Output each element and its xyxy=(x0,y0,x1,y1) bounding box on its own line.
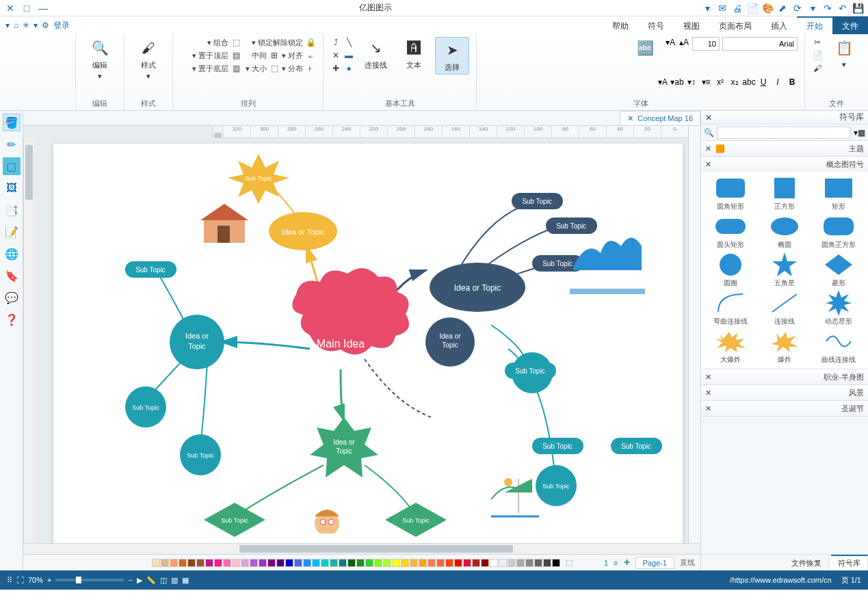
color-swatch[interactable] xyxy=(179,559,187,567)
sub-icon[interactable]: x₂ xyxy=(729,77,740,88)
find-button[interactable]: 🔍编辑▾ xyxy=(83,37,117,81)
shape-round-rect[interactable]: 圆角矩形 xyxy=(705,176,757,211)
add-page-icon[interactable]: ✚ xyxy=(624,558,630,567)
section-concept-shapes[interactable]: 概念图符号✕ xyxy=(701,157,868,172)
color-swatch[interactable] xyxy=(419,559,427,567)
minimize-button[interactable]: — xyxy=(37,2,49,14)
zoom-minus-icon[interactable]: − xyxy=(128,576,132,584)
library-icon[interactable]: ▦▾ xyxy=(854,128,865,137)
color-swatch[interactable] xyxy=(294,559,302,567)
style-button[interactable]: 🖌样式▾ xyxy=(131,37,166,81)
shape-big-explosion[interactable]: 大爆炸 xyxy=(705,329,757,365)
color-swatch[interactable] xyxy=(223,559,231,567)
menu-tab-layout[interactable]: 页面布局 xyxy=(709,16,761,34)
mindmap-svg[interactable]: Main Idea Idea orTopic Idea or Topic Ide… xyxy=(53,144,683,543)
layer-tool-icon[interactable]: 📑 xyxy=(3,201,21,219)
grid-view-icon[interactable]: ▦ xyxy=(182,576,189,585)
color-swatch[interactable] xyxy=(392,559,400,567)
spacing-icon[interactable]: ↕▾ xyxy=(686,77,697,88)
color-swatch[interactable] xyxy=(508,559,516,567)
help-tool-icon[interactable]: ❓ xyxy=(3,311,21,328)
mail-icon[interactable]: ✉ xyxy=(716,2,728,14)
tab-shapes[interactable]: 符号库 xyxy=(831,555,868,570)
color-swatch[interactable] xyxy=(321,559,329,567)
color-swatch[interactable] xyxy=(285,559,293,567)
color-swatch[interactable] xyxy=(499,559,507,567)
color-swatch[interactable] xyxy=(374,559,382,567)
shape-rect[interactable]: 矩形 xyxy=(813,176,864,211)
share-icon[interactable]: ⬈ xyxy=(776,2,789,14)
color-swatch[interactable] xyxy=(312,559,320,567)
distribute-button[interactable]: ⫞分布▾⬚大小▾ xyxy=(246,63,316,74)
idea1-node[interactable]: Idea orTopic xyxy=(170,315,224,369)
fit-icon[interactable]: ⛶ xyxy=(16,576,24,584)
highlight-icon[interactable]: ab▾ xyxy=(672,77,683,88)
circle-tool[interactable]: ●✚ xyxy=(330,63,354,74)
fill-tool-icon[interactable]: 🪣 xyxy=(3,114,21,131)
color-swatch[interactable] xyxy=(525,559,534,567)
color-swatch[interactable] xyxy=(161,559,169,567)
color-swatch[interactable] xyxy=(259,559,267,567)
shape-burst[interactable]: 动态星形 xyxy=(813,291,864,326)
color-swatch[interactable] xyxy=(516,559,525,567)
color-swatch[interactable] xyxy=(401,559,409,567)
image-tool-icon[interactable]: 🖼 xyxy=(3,179,21,197)
close-panel-icon[interactable]: ✕ xyxy=(705,113,712,122)
shape-square[interactable]: 正方形 xyxy=(759,176,811,211)
copy-button[interactable]: 📄 xyxy=(812,50,823,61)
page-tab[interactable]: Page-1 xyxy=(635,557,674,569)
bring-front-button[interactable]: ▤置于顶层▾ xyxy=(192,50,241,61)
sub-teal4[interactable]: Sub Topic xyxy=(125,386,166,427)
color-swatch[interactable] xyxy=(232,559,240,567)
note-tool-icon[interactable]: 📝 xyxy=(3,223,21,241)
menu-tab-view[interactable]: 视图 xyxy=(674,16,709,34)
text-tool[interactable]: 🅰文本 xyxy=(397,37,431,70)
color-swatch[interactable] xyxy=(303,559,311,567)
sub-teal-pill1[interactable]: Sub Topic xyxy=(505,363,556,379)
color-swatch[interactable] xyxy=(428,559,436,567)
menu-tab-insert[interactable]: 插入 xyxy=(761,16,797,34)
color-swatch[interactable] xyxy=(454,559,462,567)
shape-tool-icon[interactable]: ▢ xyxy=(3,157,21,175)
drag-icon[interactable]: ⠿ xyxy=(7,576,12,585)
sub-teal3[interactable]: Sub Topic xyxy=(536,465,577,506)
caret2-icon[interactable]: ▾ xyxy=(701,2,713,14)
color-swatch[interactable] xyxy=(170,559,178,567)
beach-clipart[interactable] xyxy=(491,478,539,516)
horizontal-scrollbar[interactable] xyxy=(34,543,688,554)
home-icon[interactable]: ⌂ xyxy=(14,21,18,30)
color-swatch[interactable] xyxy=(214,559,222,567)
format-painter[interactable]: 🖌 xyxy=(812,63,823,74)
section-holiday[interactable]: 圣诞节✕ xyxy=(701,401,868,416)
line-tool[interactable]: ╲⤴ xyxy=(330,37,354,48)
redo-icon[interactable]: ↷ xyxy=(821,2,834,14)
opera-house-clipart[interactable] xyxy=(570,238,645,295)
person-clipart[interactable] xyxy=(315,510,339,543)
sub-teal-pill2[interactable]: Sub Topic xyxy=(532,438,583,454)
shape-curve-connector[interactable]: 曲线连接线 xyxy=(813,329,864,365)
main-idea-node[interactable]: Main Idea xyxy=(292,268,409,354)
paste-button[interactable]: 📋▾ xyxy=(827,37,861,69)
ruler-icon[interactable]: 📏 xyxy=(146,576,156,585)
pen-tool-icon[interactable]: ✏ xyxy=(3,135,21,153)
undo-icon[interactable]: ↶ xyxy=(837,2,849,14)
shape-diamond[interactable]: 菱形 xyxy=(813,252,864,288)
no-fill-icon[interactable]: ⬚ xyxy=(566,558,573,567)
font-color-icon[interactable]: A▾ xyxy=(657,77,668,88)
color-swatch[interactable] xyxy=(241,559,249,567)
close-doc-icon[interactable]: ✕ xyxy=(627,114,633,123)
tab-recover[interactable]: 文件恢复 xyxy=(785,556,829,570)
align-button[interactable]: ⫠对齐▾⊞中间 xyxy=(246,50,316,61)
color-swatch[interactable] xyxy=(436,559,445,567)
color-swatch[interactable] xyxy=(250,559,258,567)
font-size-select[interactable] xyxy=(692,37,720,51)
color-swatch[interactable] xyxy=(356,559,365,567)
maximize-button[interactable]: □ xyxy=(21,2,33,14)
menu-tab-symbol[interactable]: 符号 xyxy=(638,16,674,34)
shape-explosion[interactable]: 爆炸 xyxy=(759,329,811,365)
login-area[interactable]: 登录 ⚙ ▾ ✳ ⌂ ▾ xyxy=(0,16,75,34)
zoom-plus-icon[interactable]: + xyxy=(47,576,51,584)
sup-icon[interactable]: x² xyxy=(715,77,726,88)
color-swatch[interactable] xyxy=(463,559,471,567)
house-clipart[interactable] xyxy=(200,204,248,243)
